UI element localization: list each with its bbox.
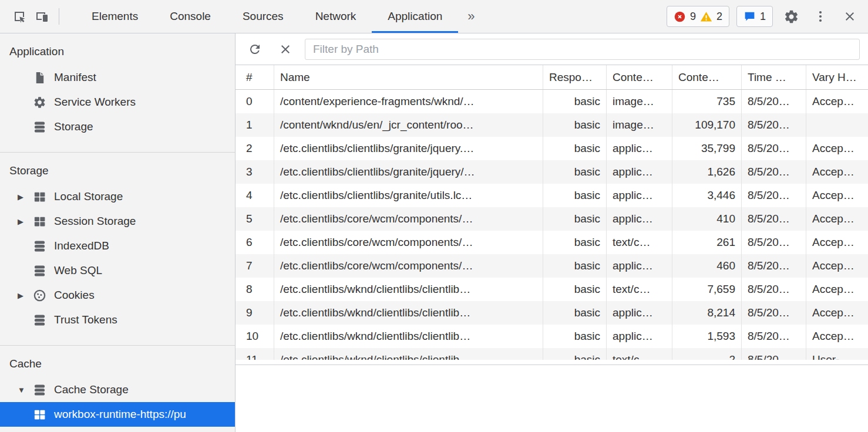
- cell-vary-header: Accep…: [806, 207, 868, 231]
- tab-console[interactable]: Console: [154, 0, 227, 33]
- cache-toolbar: [235, 33, 868, 65]
- cell-vary-header: Accep…: [806, 254, 868, 278]
- tab-application[interactable]: Application: [372, 0, 458, 33]
- refresh-icon[interactable]: [244, 38, 266, 60]
- sidebar-item-indexeddb[interactable]: IndexedDB: [0, 234, 235, 258]
- sidebar-item-trust-tokens[interactable]: Trust Tokens: [0, 308, 235, 332]
- expander-collapsed-icon[interactable]: ▶: [18, 193, 33, 201]
- cell-response-type: basic: [543, 207, 607, 231]
- table-row[interactable]: 1 /content/wknd/us/en/_jcr_content/roo… …: [235, 113, 868, 137]
- table-row[interactable]: 10 /etc.clientlibs/wknd/clientlibs/clien…: [235, 325, 868, 348]
- cell-name: /etc.clientlibs/core/wcm/components/…: [274, 254, 543, 278]
- sidebar-item-service-workers[interactable]: Service Workers: [0, 90, 235, 114]
- settings-gear-icon[interactable]: [780, 5, 802, 28]
- sidebar-item-cache-storage[interactable]: ▼ Cache Storage: [0, 377, 235, 402]
- cell-vary-header: User-…: [806, 348, 868, 360]
- sidebar-item-label: Manifest: [54, 71, 96, 84]
- cell-index: 5: [235, 207, 274, 231]
- tab-elements[interactable]: Elements: [76, 0, 154, 33]
- cell-name: /etc.clientlibs/wknd/clientlibs/clientli…: [274, 301, 543, 325]
- warning-icon: [700, 11, 712, 23]
- table-icon: [33, 215, 46, 228]
- cell-time-cached: 8/5/20…: [742, 207, 806, 231]
- cell-content-length: 735: [672, 90, 742, 113]
- cell-name: /etc.clientlibs/core/wcm/components/…: [274, 231, 543, 254]
- expander-collapsed-icon[interactable]: ▶: [18, 291, 33, 300]
- cell-name: /etc.clientlibs/wknd/clientlibs/clientli…: [274, 325, 543, 348]
- cell-vary-header: [806, 113, 868, 137]
- issues-badge[interactable]: 9 2: [667, 6, 729, 27]
- close-devtools-icon[interactable]: [839, 5, 861, 28]
- cookie-icon: [33, 289, 46, 302]
- table-row[interactable]: 3 /etc.clientlibs/clientlibs/granite/jqu…: [235, 160, 868, 184]
- document-icon: [33, 71, 46, 85]
- cell-name: /etc.clientlibs/wknd/clientlibs/clientli…: [274, 278, 543, 301]
- cell-index: 10: [235, 325, 274, 348]
- cell-response-type: basic: [543, 348, 607, 360]
- table-row[interactable]: 0 /content/experience-fragments/wknd/… b…: [235, 90, 868, 113]
- messages-badge[interactable]: 1: [736, 6, 773, 27]
- column-header-time-cached[interactable]: Time …: [742, 65, 806, 89]
- cell-content-type: applic…: [607, 325, 672, 348]
- cell-time-cached: 8/5/20…: [742, 325, 806, 348]
- cell-index: 3: [235, 160, 274, 184]
- table-row[interactable]: 2 /etc.clientlibs/clientlibs/granite/jqu…: [235, 137, 868, 160]
- cell-content-type: applic…: [607, 160, 672, 184]
- table-row[interactable]: 5 /etc.clientlibs/core/wcm/components/… …: [235, 207, 868, 231]
- cell-content-length: 410: [672, 207, 742, 231]
- cache-table-header: # Name Respo… Conte… Conte… Time … Vary …: [235, 65, 868, 90]
- device-toolbar-icon[interactable]: [31, 5, 53, 28]
- column-header-content-length[interactable]: Conte…: [672, 65, 742, 89]
- cell-response-type: basic: [543, 278, 607, 301]
- table-row[interactable]: 6 /etc.clientlibs/core/wcm/components/… …: [235, 231, 868, 254]
- sidebar-item-manifest[interactable]: Manifest: [0, 65, 235, 90]
- tab-network[interactable]: Network: [300, 0, 372, 33]
- cell-name: /etc.clientlibs/clientlibs/granite/jquer…: [274, 160, 543, 184]
- table-row[interactable]: 8 /etc.clientlibs/wknd/clientlibs/client…: [235, 278, 868, 301]
- cell-vary-header: Accep…: [806, 160, 868, 184]
- more-tabs-button[interactable]: »: [458, 0, 484, 33]
- cell-content-length: 8,214: [672, 301, 742, 325]
- expander-collapsed-icon[interactable]: ▶: [18, 217, 33, 226]
- column-header-index[interactable]: #: [235, 65, 274, 89]
- sidebar-item-local-storage[interactable]: ▶ Local Storage: [0, 184, 235, 209]
- cell-name: /etc.clientlibs/wknd/clientlibs/clientli…: [274, 348, 543, 360]
- table-row[interactable]: 7 /etc.clientlibs/core/wcm/components/… …: [235, 254, 868, 278]
- cell-content-length: 1,626: [672, 160, 742, 184]
- tab-sources[interactable]: Sources: [227, 0, 300, 33]
- panel-tabs: Elements Console Sources Network Applica…: [76, 0, 485, 33]
- table-row[interactable]: 4 /etc.clientlibs/clientlibs/granite/uti…: [235, 184, 868, 207]
- cell-vary-header: Accep…: [806, 325, 868, 348]
- cell-response-type: basic: [543, 231, 607, 254]
- sidebar-item-storage[interactable]: Storage: [0, 114, 235, 139]
- table-icon: [33, 408, 46, 421]
- table-row[interactable]: 11 /etc.clientlibs/wknd/clientlibs/clien…: [235, 348, 868, 360]
- kebab-menu-icon[interactable]: [809, 5, 832, 28]
- cell-vary-header: Accep…: [806, 231, 868, 254]
- cell-content-type: text/c…: [607, 348, 672, 360]
- column-header-vary-header[interactable]: Vary H…: [806, 65, 868, 89]
- sidebar-item-session-storage[interactable]: ▶ Session Storage: [0, 209, 235, 234]
- sidebar-item-web-sql[interactable]: Web SQL: [0, 258, 235, 283]
- sidebar-item-label: Service Workers: [54, 96, 136, 109]
- sidebar-item-application-cache[interactable]: Application Cache: [0, 427, 235, 432]
- expander-expanded-icon[interactable]: ▼: [18, 386, 33, 394]
- table-row[interactable]: 9 /etc.clientlibs/wknd/clientlibs/client…: [235, 301, 868, 325]
- section-title-storage: Storage: [0, 153, 235, 184]
- cell-content-length: 261: [672, 231, 742, 254]
- cell-vary-header: Accep…: [806, 137, 868, 160]
- devtools-tabbar: Elements Console Sources Network Applica…: [0, 0, 868, 33]
- column-header-content-type[interactable]: Conte…: [607, 65, 672, 89]
- cell-name: /etc.clientlibs/core/wcm/components/…: [274, 207, 543, 231]
- column-header-name[interactable]: Name: [274, 65, 543, 89]
- column-header-response-type[interactable]: Respo…: [543, 65, 607, 89]
- cell-time-cached: 8/5/20…: [742, 184, 806, 207]
- sidebar-item-cookies[interactable]: ▶ Cookies: [0, 283, 235, 308]
- sidebar-item-workbox-runtime-cache[interactable]: workbox-runtime-https://pu: [0, 402, 235, 427]
- inspect-element-icon[interactable]: [8, 5, 31, 28]
- cell-response-type: basic: [543, 137, 607, 160]
- filter-by-path-input[interactable]: [305, 39, 860, 60]
- clear-icon[interactable]: [274, 38, 297, 60]
- sidebar-item-label: workbox-runtime-https://pu: [54, 408, 186, 421]
- cell-content-length: 1,593: [672, 325, 742, 348]
